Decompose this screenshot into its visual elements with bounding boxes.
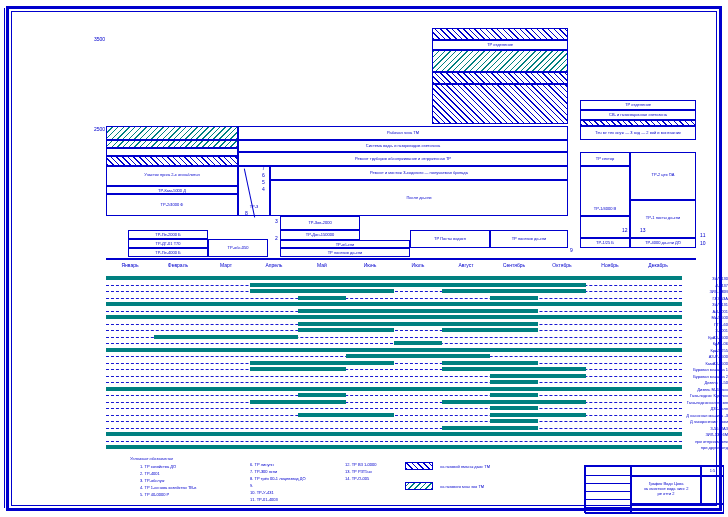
y-scale-top: 3500 <box>94 36 105 42</box>
legend-item: 3. ТР-обслуж <box>140 478 164 483</box>
legend-item: 4. ТР 1-основа хозяйство ТВ-в <box>140 485 197 490</box>
gantt-bar <box>490 413 586 417</box>
callout-12: 12 <box>622 227 628 233</box>
gantt-row-line <box>106 382 682 383</box>
month-label: Март <box>220 262 232 268</box>
box-sl4: ТР-обс-050 <box>208 239 268 257</box>
gantt-bar <box>106 302 682 306</box>
gantt-row-line <box>106 369 682 370</box>
box-right-tc: ТР-2 цех ОА <box>630 152 696 200</box>
box-mid5a: ТР посевов до-спи <box>280 248 410 257</box>
gantt-row-line <box>106 363 682 364</box>
month-label: Июнь <box>364 262 377 268</box>
gantt-bar <box>250 367 346 371</box>
title-block: График Водо Цова на очисткое вода чисс 2… <box>584 465 724 513</box>
gantt-row-line <box>106 441 682 442</box>
box-right4: ТР сектор <box>580 152 630 166</box>
callout-5: 5 <box>262 179 265 185</box>
box-small7: ТР-1/25 Б <box>580 238 630 248</box>
month-label: Сентябрь <box>503 262 525 268</box>
callout-8: 8 <box>245 210 248 216</box>
gantt-row-line <box>106 421 682 422</box>
month-label: Август <box>458 262 473 268</box>
gantt-bar <box>106 348 682 352</box>
box-long2: Система водо- и газороводов светозона <box>238 140 568 152</box>
box-mid-big: После до-спи <box>270 180 568 216</box>
gantt-bar <box>250 289 394 293</box>
y-scale-mid: 2500 <box>94 126 105 132</box>
box-long4: Ремонт и монтаж 3-ходового — получаемая … <box>270 166 568 180</box>
box-small8: ТР-4000 до-спи ДО <box>630 238 696 248</box>
box-mid1: ТР-3ов-2000 <box>280 216 360 230</box>
month-label: Февраль <box>168 262 188 268</box>
box-top-right-hatch <box>432 50 568 72</box>
gantt-bar <box>154 335 298 339</box>
box-left-sm1 <box>106 148 238 156</box>
gantt-bar <box>298 413 394 417</box>
gantt-bar <box>442 426 538 430</box>
legend-item: 10. ТР-У-431 <box>250 490 274 495</box>
legend-item: 7. ТР-300 яспи <box>250 469 277 474</box>
box-sl2: ТР-ДГ-01 Т70 <box>128 239 208 248</box>
gantt-row-line <box>106 291 682 292</box>
gantt-bar <box>298 393 346 397</box>
gantt-bar <box>490 380 538 384</box>
box-top-right-header <box>432 28 568 40</box>
gantt-row-line <box>106 402 682 403</box>
tb-left <box>585 466 631 514</box>
gantt-bar <box>106 445 682 449</box>
box-mid2: ТР-Дон-150000 <box>280 230 360 240</box>
gantt-bar <box>250 361 394 365</box>
legend-item: 14. ТР-О-005 <box>345 476 369 481</box>
gantt-bar <box>250 283 586 287</box>
month-label: Май <box>317 262 327 268</box>
gantt-row-line <box>106 408 682 409</box>
callout-2: 2 <box>275 235 278 241</box>
legend-swatch-2 <box>405 482 433 490</box>
legend-item: 6. ТР линупн <box>250 462 274 467</box>
gantt-bar <box>490 419 538 423</box>
box-sl1: ТР-Пе-2000 Б <box>128 230 208 239</box>
box-mid3a: ТР-об-спи <box>280 240 410 248</box>
box-top-right-hatch2 <box>432 72 568 84</box>
gantt-bar <box>298 309 538 313</box>
box-small-tpo: ТР-3 <box>238 166 270 216</box>
legend-item: 13. ТР РЗТ5чо <box>345 469 372 474</box>
legend-item: 9. <box>250 483 253 488</box>
box-small2: ТР-2/4000 Ф <box>106 194 238 216</box>
legend-item: 12. ТР ВЗ 1-0000 <box>345 462 376 467</box>
gantt-bar <box>106 315 682 319</box>
legend-header: Условные обозначения <box>130 456 173 461</box>
gantt-bar <box>346 354 490 358</box>
tb-r2 <box>701 476 724 504</box>
gantt-bar <box>442 361 538 365</box>
legend-item: 2. ТР-4001 <box>140 471 160 476</box>
callout-6: 6 <box>262 172 265 178</box>
callout-7: 7 <box>262 165 265 171</box>
gantt-bar <box>298 322 538 326</box>
legend-swatch-1 <box>405 462 433 470</box>
gantt-bar <box>490 296 538 300</box>
month-label: Январь <box>121 262 138 268</box>
box-left-hatch2 <box>106 140 238 148</box>
month-label: Ноябрь <box>601 262 618 268</box>
gantt-bar <box>442 400 586 404</box>
month-label: Июль <box>412 262 425 268</box>
gantt-bar <box>490 393 538 397</box>
month-label: Октябрь <box>552 262 571 268</box>
callout-9: 9 <box>570 247 573 253</box>
gantt-row-line <box>106 330 682 331</box>
gantt-row-line <box>106 376 682 377</box>
box-left-hatch3 <box>106 156 238 166</box>
callout-10: 10 <box>700 240 706 246</box>
gantt-row-line <box>106 428 682 429</box>
box-left-hatch1 <box>106 126 238 140</box>
legend-item: 8. ТР трёх 00-1 лицевзвод ДО <box>250 476 306 481</box>
box-right-tb: ТР-1/4000 В <box>580 166 630 216</box>
gantt-row-line <box>106 298 682 299</box>
gantt-bar <box>298 328 394 332</box>
gantt-bar <box>298 296 346 300</box>
gantt-bar <box>106 276 682 280</box>
legend-swatch-1-label: на газовой ямъны даос ТМ <box>440 464 490 469</box>
legend-swatch-2-label: на газового мны зоо ТМ <box>440 484 484 489</box>
